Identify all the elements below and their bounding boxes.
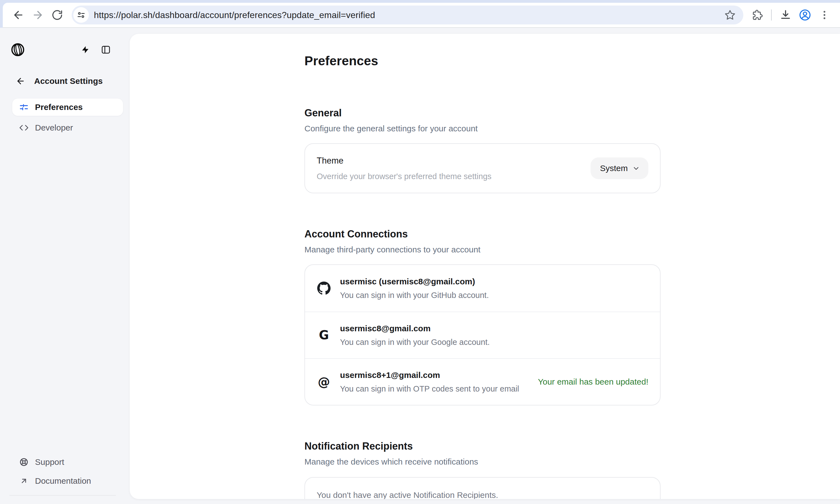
empty-state-message: You don't have any active Notification R…: [317, 490, 648, 499]
section-general: General Configure the general settings f…: [304, 107, 661, 193]
sidebar-nav: Preferences Developer: [12, 98, 123, 136]
polar-logo-icon: [11, 43, 24, 56]
page-title: Preferences: [304, 53, 661, 68]
back-arrow-icon: [16, 76, 25, 86]
profile-button[interactable]: [797, 7, 813, 23]
reload-icon: [51, 9, 63, 21]
download-icon: [780, 9, 792, 21]
page: Account Settings Preferences Deve: [0, 28, 840, 504]
sidebar: Account Settings Preferences Deve: [0, 28, 130, 504]
connections-list: usermisc (usermisc8@gmail.com) You can s…: [304, 264, 661, 406]
arrow-up-right-icon: [16, 477, 32, 485]
connections-heading: Account Connections: [304, 228, 661, 240]
life-buoy-icon: [16, 457, 32, 467]
tune-icon: [77, 11, 85, 19]
connection-description: You can sign in with your Google account…: [340, 338, 648, 347]
connection-description: You can sign in with OTP codes sent to y…: [340, 384, 538, 394]
more-vertical-icon: [819, 10, 830, 21]
panel-left-icon: [101, 45, 111, 55]
address-bar[interactable]: https://polar.sh/dashboard/account/prefe…: [72, 5, 743, 24]
notification-recipients-empty-card: You don't have any active Notification R…: [304, 477, 661, 499]
account-settings-back[interactable]: Account Settings: [16, 76, 123, 86]
email-updated-status: Your email has been updated!: [538, 377, 648, 386]
browser-menu-button[interactable]: [817, 7, 832, 23]
browser-toolbar: https://polar.sh/dashboard/account/prefe…: [3, 3, 840, 28]
bookmark-button[interactable]: [722, 7, 738, 23]
section-notification-recipients: Notification Recipients Manage the devic…: [304, 440, 661, 499]
notifications-heading: Notification Recipients: [304, 440, 661, 452]
puzzle-icon: [751, 9, 763, 21]
url-text[interactable]: https://polar.sh/dashboard/account/prefe…: [94, 10, 722, 20]
section-account-connections: Account Connections Manage third-party c…: [304, 228, 661, 406]
browser-chrome: https://polar.sh/dashboard/account/prefe…: [0, 0, 840, 28]
sidebar-footer: Support Documentation: [12, 454, 123, 496]
sidebar-item-developer[interactable]: Developer: [12, 119, 123, 136]
connection-description: You can sign in with your GitHub account…: [340, 291, 648, 300]
star-icon: [724, 9, 736, 21]
arrow-left-icon: [12, 9, 24, 21]
quick-actions-button[interactable]: [79, 43, 91, 56]
connection-row-google: G usermisc8@gmail.com You can sign in wi…: [305, 311, 660, 358]
sidebar-header: [0, 43, 130, 56]
connections-description: Manage third-party connections to your a…: [304, 245, 661, 254]
github-icon: [317, 282, 331, 295]
account-settings-label: Account Settings: [34, 76, 103, 86]
browser-back-button[interactable]: [11, 7, 26, 23]
code-icon: [16, 123, 32, 132]
main-content-card: Preferences General Configure the genera…: [130, 34, 840, 499]
theme-selected-value: System: [600, 164, 628, 173]
arrow-right-icon: [32, 9, 44, 21]
sidebar-item-support[interactable]: Support: [12, 454, 123, 470]
connection-title: usermisc8+1@gmail.com: [340, 371, 538, 380]
chevron-down-icon: [632, 164, 640, 172]
toolbar-divider: [771, 10, 772, 21]
site-settings-button[interactable]: [73, 7, 89, 23]
profile-icon: [799, 8, 811, 21]
connection-title: usermisc8@gmail.com: [340, 324, 648, 333]
extensions-button[interactable]: [749, 7, 765, 23]
sidebar-toggle-button[interactable]: [100, 43, 112, 56]
sidebar-divider: [10, 495, 116, 496]
general-heading: General: [304, 107, 661, 119]
browser-forward-button[interactable]: [30, 7, 46, 23]
google-icon: G: [317, 329, 331, 341]
lightning-icon: [81, 45, 90, 54]
theme-select[interactable]: System: [591, 158, 648, 179]
sidebar-item-label: Support: [35, 457, 64, 467]
polar-logo[interactable]: [11, 43, 24, 56]
toolbar-actions: [749, 7, 832, 23]
sliders-icon: [16, 103, 32, 112]
sidebar-item-label: Developer: [35, 123, 73, 132]
connection-row-email: @ usermisc8+1@gmail.com You can sign in …: [305, 358, 660, 405]
notifications-description: Manage the devices which receive notific…: [304, 457, 661, 467]
theme-description: Override your browser's preferred theme …: [317, 172, 591, 181]
sidebar-item-label: Documentation: [35, 476, 91, 486]
connection-title: usermisc (usermisc8@gmail.com): [340, 277, 648, 286]
sidebar-item-preferences[interactable]: Preferences: [12, 98, 123, 116]
connection-row-github: usermisc (usermisc8@gmail.com) You can s…: [305, 265, 660, 311]
email-icon: @: [317, 376, 331, 388]
theme-title: Theme: [317, 156, 591, 166]
sidebar-item-documentation[interactable]: Documentation: [12, 473, 123, 489]
sidebar-item-label: Preferences: [35, 103, 83, 112]
downloads-button[interactable]: [778, 7, 793, 23]
general-description: Configure the general settings for your …: [304, 124, 661, 133]
theme-setting-row: Theme Override your browser's preferred …: [304, 143, 661, 193]
browser-reload-button[interactable]: [50, 7, 65, 23]
